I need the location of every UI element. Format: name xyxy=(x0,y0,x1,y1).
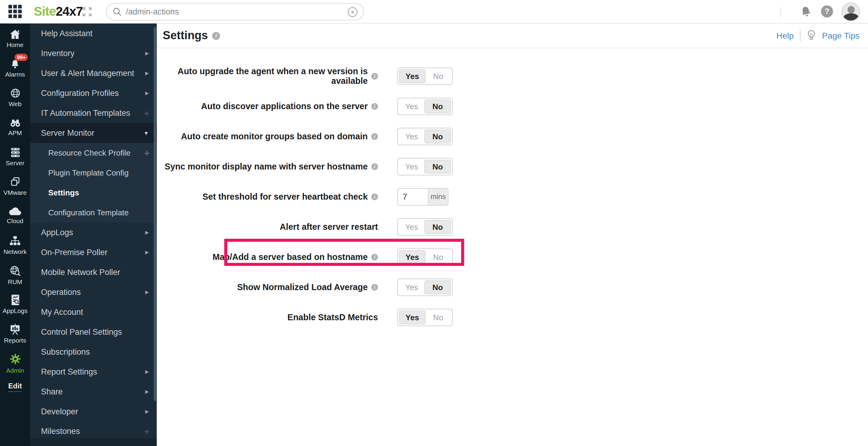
rail-item-alarms[interactable]: 99+ Alarms xyxy=(0,53,30,83)
alarm-count-badge: 99+ xyxy=(14,54,28,61)
settings-rows: Auto upgrade the agent when a new versio… xyxy=(157,48,868,332)
rail-item-rum[interactable]: RUM xyxy=(0,260,30,290)
info-icon[interactable]: i xyxy=(371,284,378,290)
rail-item-home[interactable]: Home xyxy=(0,24,30,53)
sidebar-item-operations[interactable]: Operations▶ xyxy=(30,282,157,302)
toggle-yes[interactable]: Yes xyxy=(399,129,425,143)
settings-row-map-add-server-hostname: Map/Add a server based on hostnamei Yes … xyxy=(157,242,868,272)
sidebar-item-it-automation-templates[interactable]: IT Automation Templates+ xyxy=(30,103,157,123)
toggle-no[interactable]: No xyxy=(425,159,451,173)
toggle-yes[interactable]: Yes xyxy=(399,220,425,234)
sidebar-item-share[interactable]: Share▶ xyxy=(30,382,157,402)
sidebar-item-applogs[interactable]: AppLogs▶ xyxy=(30,222,157,242)
sidebar-item-configuration-profiles[interactable]: Configuration Profiles▶ xyxy=(30,83,157,103)
sidebar-item-report-settings[interactable]: Report Settings▶ xyxy=(30,362,157,382)
user-avatar[interactable] xyxy=(841,2,860,21)
info-icon[interactable]: i xyxy=(371,73,378,79)
fullscreen-expand-icon[interactable] xyxy=(83,7,92,16)
plus-icon[interactable]: + xyxy=(144,148,150,158)
page-tips-link[interactable]: Page Tips xyxy=(822,31,860,40)
info-icon[interactable]: i xyxy=(371,254,378,260)
topbar-divider xyxy=(780,7,781,17)
enable-statsd-toggle[interactable]: Yes No xyxy=(397,308,453,326)
info-icon[interactable]: i xyxy=(371,133,378,140)
search-input[interactable] xyxy=(126,7,348,16)
sidebar-item-control-panel-settings[interactable]: Control Panel Settings xyxy=(30,322,157,342)
auto-discover-apps-toggle[interactable]: Yes No xyxy=(397,97,453,115)
notifications-bell-icon[interactable] xyxy=(799,5,812,18)
sidebar-item-developer[interactable]: Developer▶ xyxy=(30,402,157,422)
rail-item-reports[interactable]: Reports xyxy=(0,319,30,349)
avatar-head xyxy=(847,6,855,13)
toggle-no[interactable]: No xyxy=(426,69,451,83)
sidebar-item-help-assistant[interactable]: Help Assistant xyxy=(30,24,157,43)
rail-item-cloud[interactable]: Cloud xyxy=(0,201,30,230)
plus-icon[interactable]: + xyxy=(144,108,150,118)
chevron-right-icon: ▶ xyxy=(145,389,149,394)
sidebar-item-my-account[interactable]: My Account xyxy=(30,302,157,322)
toggle-no[interactable]: No xyxy=(425,280,451,294)
sync-display-name-toggle[interactable]: Yes No xyxy=(397,158,453,175)
auto-upgrade-agent-toggle[interactable]: Yes No xyxy=(397,67,453,85)
toggle-yes[interactable]: Yes xyxy=(399,280,425,294)
chevron-right-icon: ▶ xyxy=(145,51,149,56)
info-icon[interactable]: i xyxy=(371,193,378,200)
rail-item-applogs[interactable]: AppLogs xyxy=(0,290,30,319)
rail-item-network[interactable]: Network xyxy=(0,230,30,260)
toggle-yes[interactable]: Yes xyxy=(399,250,426,264)
toggle-yes[interactable]: Yes xyxy=(399,69,426,83)
alert-after-restart-toggle[interactable]: Yes No xyxy=(397,218,453,236)
info-icon[interactable]: i xyxy=(212,32,220,39)
sidebar-item-on-premise-poller[interactable]: On-Premise Poller▶ xyxy=(30,242,157,262)
settings-row-auto-upgrade-agent: Auto upgrade the agent when a new versio… xyxy=(157,61,868,91)
toggle-yes[interactable]: Yes xyxy=(399,99,425,113)
page-header: Settings i Help Page Tips xyxy=(157,24,868,48)
chevron-right-icon: ▶ xyxy=(145,90,149,96)
help-question-icon[interactable]: ? xyxy=(821,5,833,18)
site24x7-logo[interactable]: Site24x7 xyxy=(34,4,83,19)
toggle-no[interactable]: No xyxy=(425,220,451,234)
sidebar-item-subscriptions[interactable]: Subscriptions xyxy=(30,342,157,362)
app-grid-icon[interactable] xyxy=(8,5,22,18)
sidebar-item-mobile-network-poller[interactable]: Mobile Network Poller xyxy=(30,262,157,282)
search-clear-icon[interactable]: × xyxy=(348,7,358,17)
settings-row-heartbeat-threshold: Set threshold for server heartbeat check… xyxy=(157,182,868,212)
toggle-no[interactable]: No xyxy=(426,310,451,324)
info-icon[interactable]: i xyxy=(371,103,378,110)
toggle-yes[interactable]: Yes xyxy=(399,310,426,324)
sidebar-scrollbar[interactable] xyxy=(154,27,156,401)
chevron-right-icon: ▶ xyxy=(145,250,149,255)
sidebar-item-user-alert-management[interactable]: User & Alert Management▶ xyxy=(30,63,157,83)
toggle-no[interactable]: No xyxy=(425,129,451,143)
toggle-no[interactable]: No xyxy=(426,250,451,264)
search-icon xyxy=(113,7,122,16)
toggle-yes[interactable]: Yes xyxy=(399,159,425,173)
main-content: Settings i Help Page Tips Auto upgrade t… xyxy=(157,24,868,446)
sidebar-item-inventory[interactable]: Inventory▶ xyxy=(30,43,157,63)
rail-item-vmware[interactable]: VMware xyxy=(0,171,30,201)
top-bar: Site24x7 × xyxy=(0,0,868,24)
sidebar-item-plugin-template-config[interactable]: Plugin Template Config xyxy=(30,163,157,183)
show-normalized-load-toggle[interactable]: Yes No xyxy=(397,278,453,296)
heartbeat-threshold-field: mins xyxy=(397,188,448,205)
sidebar-item-resource-check-profile[interactable]: Resource Check Profile+ xyxy=(30,143,157,163)
info-icon[interactable]: i xyxy=(371,163,378,170)
left-icon-rail: Home 99+ Alarms Web APM Server VMware Cl… xyxy=(0,24,30,446)
rail-item-apm[interactable]: APM xyxy=(0,112,30,142)
sidebar-item-configuration-template[interactable]: Configuration Template xyxy=(30,203,157,222)
rail-item-web[interactable]: Web xyxy=(0,83,30,112)
sidebar-item-settings[interactable]: Settings xyxy=(30,183,157,203)
heartbeat-threshold-input[interactable] xyxy=(398,188,428,205)
toggle-no[interactable]: No xyxy=(425,99,451,113)
auto-create-monitor-groups-toggle[interactable]: Yes No xyxy=(397,127,453,145)
rail-item-edit[interactable]: Edit xyxy=(0,378,30,395)
map-add-server-hostname-toggle[interactable]: Yes No xyxy=(397,248,453,266)
rail-item-admin[interactable]: Admin xyxy=(0,349,30,378)
header-separator xyxy=(800,30,801,41)
rail-item-server[interactable]: Server xyxy=(0,142,30,171)
settings-row-auto-create-monitor-groups: Auto create monitor groups based on doma… xyxy=(157,121,868,151)
help-link[interactable]: Help xyxy=(776,31,794,40)
avatar-body xyxy=(843,13,859,21)
plus-icon[interactable]: + xyxy=(144,426,150,437)
sidebar-item-server-monitor[interactable]: Server Monitor▼ xyxy=(30,123,157,143)
